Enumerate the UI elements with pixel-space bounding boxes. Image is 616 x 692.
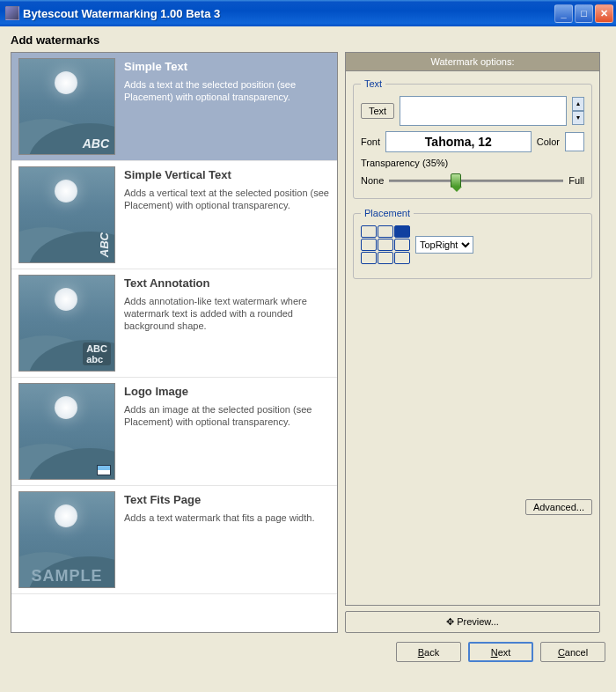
item-desc: Adds annotation-like text watermark wher… — [124, 295, 330, 332]
thumbnail: ABC — [18, 58, 115, 155]
item-desc: Adds a text at the selected position (se… — [124, 78, 330, 103]
thumbnail: ABCabc — [18, 275, 115, 372]
text-button[interactable]: Text — [361, 103, 394, 119]
watermark-item-annotation[interactable]: ABCabc Text Annotation Adds annotation-l… — [11, 269, 337, 378]
item-title: Logo Image — [124, 385, 330, 398]
item-title: Text Annotation — [124, 276, 330, 290]
thumb-label: ABCabc — [83, 342, 111, 365]
window-title: Bytescout Watermarking 1.00 Beta 3 — [23, 7, 553, 20]
wizard-buttons: Back Next Cancel — [0, 633, 616, 671]
cancel-button[interactable]: Cancel — [540, 642, 605, 662]
transparency-none: None — [361, 175, 384, 186]
text-input[interactable] — [400, 96, 567, 126]
close-button[interactable]: ✕ — [595, 4, 613, 23]
thumbnail — [18, 383, 115, 480]
watermark-item-fits-page[interactable]: SAMPLE Text Fits Page Adds a text waterm… — [11, 486, 337, 594]
font-button[interactable]: Tahoma, 12 — [385, 131, 532, 152]
thumb-label: ABC — [98, 232, 111, 257]
options-panel: Text Text ▴▾ Font Tahoma, 12 Color Trans… — [345, 70, 600, 606]
advanced-button[interactable]: Advanced... — [525, 499, 592, 515]
spin-up-icon[interactable]: ▴ — [572, 97, 584, 111]
preview-button[interactable]: ✥ Preview... — [345, 611, 600, 633]
transparency-label: Transparency (35%) — [361, 158, 584, 168]
text-legend: Text — [361, 78, 385, 89]
thumb-label — [97, 465, 111, 475]
spin-down-icon[interactable]: ▾ — [572, 111, 584, 125]
back-button[interactable]: Back — [396, 642, 461, 662]
watermark-list[interactable]: ABC Simple Text Adds a text at the selec… — [11, 52, 338, 633]
thumb-label: SAMPLE — [19, 567, 114, 585]
titlebar: Bytescout Watermarking 1.00 Beta 3 _ □ ✕ — [0, 0, 616, 26]
thumb-label: ABC — [83, 136, 109, 151]
placement-cell-topright[interactable] — [394, 225, 410, 238]
minimize-button[interactable]: _ — [554, 4, 573, 23]
text-spin[interactable]: ▴▾ — [572, 97, 584, 125]
watermark-item-simple-text[interactable]: ABC Simple Text Adds a text at the selec… — [11, 53, 337, 161]
placement-legend: Placement — [361, 208, 414, 218]
next-button[interactable]: Next — [468, 642, 533, 662]
page-heading: Add watermarks — [11, 33, 605, 47]
placement-select[interactable]: TopRight — [415, 236, 473, 254]
transparency-full: Full — [568, 175, 584, 186]
move-icon: ✥ — [446, 616, 454, 627]
item-desc: Adds an image at the selected position (… — [124, 403, 330, 428]
item-desc: Adds a vertical text at the selected pos… — [124, 187, 330, 211]
font-label: Font — [361, 136, 380, 147]
watermark-item-logo[interactable]: Logo Image Adds an image at the selected… — [11, 378, 337, 486]
thumbnail: ABC — [18, 166, 115, 263]
item-title: Simple Text — [124, 60, 330, 73]
app-icon — [5, 6, 19, 20]
item-desc: Adds a text watermark that fits a page w… — [124, 512, 330, 524]
color-label: Color — [537, 136, 560, 147]
options-header: Watermark options: — [345, 52, 600, 70]
text-group: Text Text ▴▾ Font Tahoma, 12 Color Trans… — [353, 78, 592, 199]
slider-thumb[interactable] — [451, 173, 461, 188]
maximize-button[interactable]: □ — [575, 4, 593, 23]
placement-grid[interactable] — [361, 225, 410, 264]
item-title: Text Fits Page — [124, 493, 330, 506]
color-button[interactable] — [565, 132, 584, 151]
item-title: Simple Vertical Text — [124, 168, 330, 181]
placement-group: Placement TopRight — [353, 208, 592, 279]
thumbnail: SAMPLE — [18, 491, 115, 588]
watermark-item-vertical-text[interactable]: ABC Simple Vertical Text Adds a vertical… — [11, 161, 337, 269]
transparency-slider[interactable] — [389, 172, 563, 189]
